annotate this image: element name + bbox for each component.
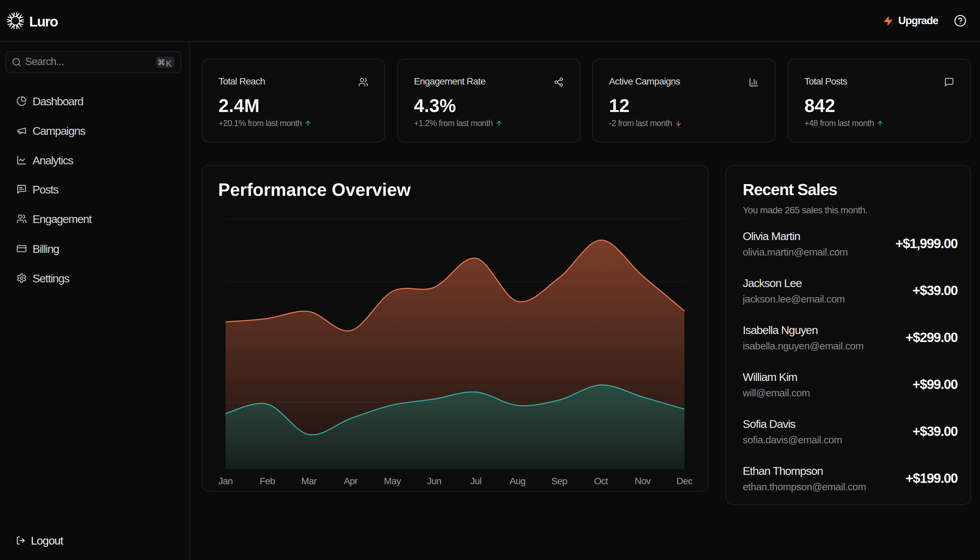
svg-text:Nov: Nov	[635, 476, 651, 486]
svg-text:Feb: Feb	[260, 476, 275, 486]
svg-text:Mar: Mar	[301, 476, 317, 486]
svg-text:Jul: Jul	[470, 476, 481, 486]
svg-text:Apr: Apr	[344, 476, 358, 486]
svg-text:Aug: Aug	[510, 476, 525, 486]
svg-text:Jan: Jan	[219, 476, 233, 486]
svg-text:Jun: Jun	[427, 476, 442, 486]
svg-text:May: May	[384, 476, 401, 486]
svg-text:Dec: Dec	[676, 476, 693, 486]
svg-text:Sep: Sep	[551, 476, 567, 486]
svg-text:Oct: Oct	[594, 476, 608, 486]
